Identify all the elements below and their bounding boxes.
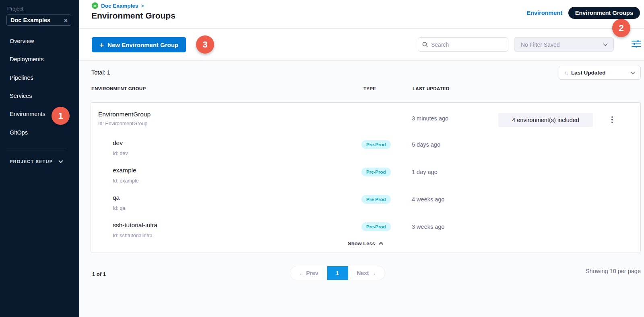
row-options-menu-button[interactable] [608,114,617,125]
annotation-badge-1: 1 [52,107,70,125]
total-count: Total: 1 [91,69,110,76]
sidebar: Project Doc Examples » Overview Deployme… [0,0,79,317]
chevron-up-icon [378,242,384,245]
environment-type-badge: Pre-Prod [361,168,391,176]
main-content: ∞ Doc Examples > Environment Groups Envi… [79,0,644,317]
group-name: EnvironmentGroup [98,111,151,118]
search-icon [422,41,428,48]
saved-filter-label: No Filter Saved [521,41,603,48]
environment-last-updated: 3 weeks ago [412,224,444,230]
column-header-last-updated: LAST UPDATED [413,86,450,91]
sidebar-item-overview[interactable]: Overview [10,37,34,45]
tab-environment[interactable]: Environment [526,10,562,16]
page-count-label: 1 of 1 [92,271,106,277]
sidebar-item-environments[interactable]: Environments [10,110,45,118]
chevron-down-icon [58,160,63,163]
environment-last-updated: 1 day ago [412,169,438,175]
search-box [418,37,508,52]
environment-last-updated: 4 weeks ago [412,196,444,203]
app-root: Project Doc Examples » Overview Deployme… [0,0,644,317]
table-header-row: ENVIRONMENT GROUP TYPE LAST UPDATED [79,86,644,93]
environment-id: Id: sshtutorialinfra [113,233,153,238]
sidebar-item-gitops[interactable]: GitOps [10,128,28,137]
current-page-button[interactable]: 1 [327,266,348,280]
environment-row-ssh-tutorial-infra[interactable]: ssh-tutorial-infra Id: sshtutorialinfra … [91,219,640,244]
environment-id: Id: qa [113,205,125,211]
annotation-badge-3: 3 [196,35,214,54]
new-environment-group-label: New Environment Group [107,41,178,48]
environment-name: example [113,167,136,174]
sidebar-project-setup[interactable]: PROJECT SETUP [10,159,63,164]
environment-id: Id: example [113,178,139,184]
column-header-environment-group: ENVIRONMENT GROUP [91,86,146,91]
environment-type-badge: Pre-Prod [361,195,391,204]
plus-icon: + [99,41,104,49]
filter-panel-button[interactable] [631,39,642,49]
environment-name: dev [113,139,123,147]
sidebar-item-pipelines[interactable]: Pipelines [10,74,33,82]
project-setup-label: PROJECT SETUP [10,159,53,164]
environment-type-badge: Pre-Prod [361,140,391,149]
toolbar: + New Environment Group No Filter Saved [79,29,644,61]
project-selector-name: Doc Examples [10,17,64,23]
sort-arrows-icon: ↑↓ [564,70,568,76]
column-header-type: TYPE [363,86,376,91]
breadcrumb-project-link[interactable]: Doc Examples [101,3,138,9]
group-id: Id: EnvironmentGroup [98,121,147,126]
page-title: Environment Groups [91,11,175,21]
environment-type-badge: Pre-Prod [361,222,391,231]
environment-last-updated: 5 days ago [412,141,440,148]
search-input[interactable] [431,41,504,48]
project-label: Project [7,6,23,12]
collapse-chevron-icon: » [64,17,68,23]
sort-dropdown[interactable]: ↑↓ Last Updated [559,66,641,80]
environments-included-button[interactable]: 4 environment(s) included [498,113,593,127]
saved-filter-dropdown[interactable]: No Filter Saved [514,37,614,52]
show-less-label: Show Less [348,240,375,247]
sidebar-divider [6,149,66,149]
environment-id: Id: dev [113,151,128,156]
breadcrumb: ∞ Doc Examples > [92,2,144,9]
chevron-down-icon [630,71,635,75]
pagination-control: ← Prev 1 Next → [290,266,385,280]
breadcrumb-separator: > [141,3,144,9]
prev-page-button[interactable]: ← Prev [290,270,327,276]
tab-environment-groups[interactable]: Environment Groups [568,7,640,19]
environment-row-example[interactable]: example Id: example Pre-Prod 1 day ago [91,164,640,189]
group-last-updated: 3 minutes ago [412,115,448,122]
new-environment-group-button[interactable]: + New Environment Group [92,37,186,52]
environment-group-card: EnvironmentGroup Id: EnvironmentGroup 3 … [91,102,641,253]
project-selector[interactable]: Doc Examples » [6,15,71,26]
environment-row-qa[interactable]: qa Id: qa Pre-Prod 4 weeks ago [91,191,640,216]
chevron-down-icon [603,43,608,46]
environment-name: ssh-tutorial-infra [113,222,157,229]
page-header: ∞ Doc Examples > Environment Groups Envi… [79,0,644,29]
sidebar-item-services[interactable]: Services [10,92,32,100]
environment-group-row[interactable]: EnvironmentGroup Id: EnvironmentGroup 3 … [91,103,640,137]
filter-sliders-icon [631,39,642,48]
project-icon: ∞ [92,2,98,9]
environment-row-dev[interactable]: dev Id: dev Pre-Prod 5 days ago [91,137,640,162]
next-page-button[interactable]: Next → [348,270,385,276]
per-page-label: Showing 10 per page [586,268,641,274]
listing-area: Total: 1 ↑↓ Last Updated ENVIRONMENT GRO… [79,61,644,317]
show-less-toggle[interactable]: Show Less [91,240,640,247]
sidebar-item-deployments[interactable]: Deployments [10,55,44,63]
environment-name: qa [113,194,120,201]
sort-label: Last Updated [571,70,627,76]
annotation-badge-2: 2 [612,19,630,37]
